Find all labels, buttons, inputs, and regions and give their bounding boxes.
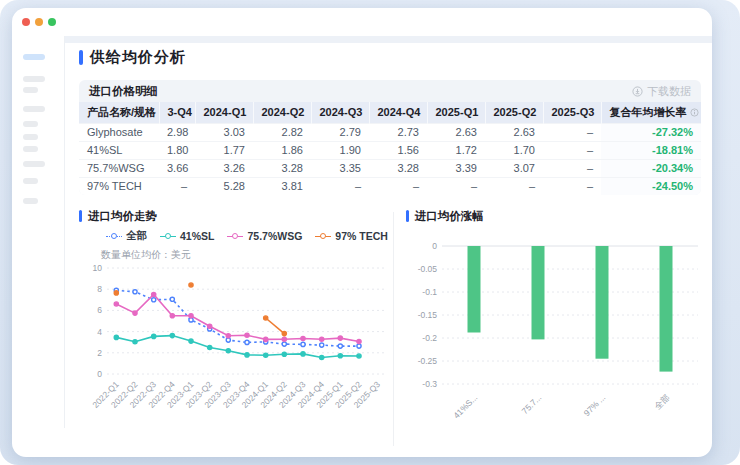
sidebar-item-active[interactable] xyxy=(23,54,45,60)
product-name-cell: 41%SL xyxy=(79,141,159,159)
price-value-cell: – xyxy=(311,177,369,195)
download-icon xyxy=(632,86,643,97)
svg-text:41%S...: 41%S... xyxy=(451,392,479,420)
product-name-cell: Glyphosate xyxy=(79,123,159,141)
column-header: 3-Q4 xyxy=(159,102,195,123)
price-table: 产品名称/规格3-Q42024-Q12024-Q22024-Q32024-Q42… xyxy=(79,102,701,195)
minimize-window-icon[interactable] xyxy=(35,18,43,26)
maximize-window-icon[interactable] xyxy=(48,18,56,26)
sidebar-item[interactable] xyxy=(23,76,45,82)
line-chart-title: 进口均价走势 xyxy=(88,209,157,224)
svg-text:0: 0 xyxy=(432,241,437,251)
sidebar-item[interactable] xyxy=(23,198,38,204)
page-title-row: 供给均价分析 xyxy=(79,48,186,67)
main-content: 供给均价分析 进口价格明细 下载数据 xyxy=(65,36,712,457)
chart-title-accent-bar xyxy=(79,210,82,222)
product-name-cell: 97% TECH xyxy=(79,177,159,195)
sidebar-item[interactable] xyxy=(23,146,38,152)
table-section-title: 进口价格明细 xyxy=(89,84,158,99)
table-row: 97% TECH–5.283.81–––––-24.50% xyxy=(79,177,701,195)
legend-item-97% TECH[interactable]: 97% TECH xyxy=(315,230,388,242)
svg-text:8: 8 xyxy=(97,284,102,294)
sidebar-item[interactable] xyxy=(23,106,45,112)
price-value-cell: 3.28 xyxy=(369,159,427,177)
close-window-icon[interactable] xyxy=(22,18,30,26)
legend-marker-icon xyxy=(315,233,331,240)
bar-chart-card: 进口均价涨幅 0-0.05-0.1-0.15-0.2-0.25-0.341%S.… xyxy=(406,208,702,450)
bar-chart-title: 进口均价涨幅 xyxy=(415,209,484,224)
import-price-change-bar-chart: 0-0.05-0.1-0.15-0.2-0.25-0.341%S...75.7.… xyxy=(406,234,708,430)
sort-icon[interactable] xyxy=(701,108,702,117)
price-value-cell: – xyxy=(485,177,543,195)
column-header: 产品名称/规格 xyxy=(79,102,159,123)
price-value-cell: 1.90 xyxy=(311,141,369,159)
product-name-cell: 75.7%WSG xyxy=(79,159,159,177)
price-value-cell: 3.39 xyxy=(427,159,485,177)
price-value-cell: 2.79 xyxy=(311,123,369,141)
price-value-cell: 1.86 xyxy=(253,141,311,159)
legend-label: 97% TECH xyxy=(335,230,388,242)
price-value-cell: 2.63 xyxy=(427,123,485,141)
legend-label: 全部 xyxy=(126,229,147,243)
line-chart-title-row: 进口均价走势 xyxy=(79,208,388,224)
price-value-cell: 3.07 xyxy=(485,159,543,177)
svg-text:75.7...: 75.7... xyxy=(519,392,543,416)
line-chart-legend: 全部41%SL75.7%WSG97% TECH xyxy=(106,229,388,243)
sidebar-item[interactable] xyxy=(23,134,38,140)
download-data-button[interactable]: 下载数据 xyxy=(632,84,691,99)
table-header-row: 产品名称/规格3-Q42024-Q12024-Q22024-Q32024-Q42… xyxy=(79,102,701,123)
price-value-cell: 3.03 xyxy=(195,123,253,141)
svg-text:-0.2: -0.2 xyxy=(422,333,437,343)
column-header: 2025-Q1 xyxy=(427,102,485,123)
column-header: 2025-Q2 xyxy=(485,102,543,123)
column-header: 2024-Q4 xyxy=(369,102,427,123)
column-header: 2024-Q1 xyxy=(195,102,253,123)
legend-item-41%SL[interactable]: 41%SL xyxy=(160,230,214,242)
sidebar-item[interactable] xyxy=(23,178,38,184)
column-header: 2025-Q3 xyxy=(543,102,601,123)
price-value-cell: 2.82 xyxy=(253,123,311,141)
price-value-cell: – xyxy=(543,177,601,195)
svg-text:97% ...: 97% ... xyxy=(581,392,607,418)
column-header-cagr[interactable]: 复合年均增长率 xyxy=(601,102,701,123)
price-value-cell: 1.77 xyxy=(195,141,253,159)
sidebar-nav xyxy=(12,36,65,428)
legend-item-75.7%WSG[interactable]: 75.7%WSG xyxy=(227,230,302,242)
table-card-header: 进口价格明细 下载数据 xyxy=(79,80,701,102)
app-window: 供给均价分析 进口价格明细 下载数据 xyxy=(12,8,712,457)
table-row: Glyphosate2.983.032.822.792.732.632.63–-… xyxy=(79,123,701,141)
price-value-cell: 5.28 xyxy=(195,177,253,195)
cagr-value-cell: -18.81% xyxy=(601,141,701,159)
toolbar-strip xyxy=(65,36,712,43)
column-header: 2024-Q2 xyxy=(253,102,311,123)
sidebar-item[interactable] xyxy=(23,161,45,167)
legend-label: 75.7%WSG xyxy=(247,230,302,242)
legend-marker-icon xyxy=(106,233,122,240)
svg-text:10: 10 xyxy=(93,263,103,273)
charts-row: 进口均价走势 全部41%SL75.7%WSG97% TECH 数量单位均价：美元… xyxy=(79,208,702,450)
column-header: 2024-Q3 xyxy=(311,102,369,123)
legend-item-全部[interactable]: 全部 xyxy=(106,229,147,243)
svg-text:-0.1: -0.1 xyxy=(422,287,437,297)
price-value-cell: – xyxy=(369,177,427,195)
page-title: 供给均价分析 xyxy=(90,48,186,67)
svg-text:-0.05: -0.05 xyxy=(417,264,437,274)
svg-text:2: 2 xyxy=(97,348,102,358)
cagr-value-cell: -24.50% xyxy=(601,177,701,195)
price-value-cell: – xyxy=(543,141,601,159)
table-row: 75.7%WSG3.663.263.283.353.283.393.07–-20… xyxy=(79,159,701,177)
price-value-cell: 3.35 xyxy=(311,159,369,177)
svg-text:6: 6 xyxy=(97,305,102,315)
window-titlebar xyxy=(12,8,712,36)
price-value-cell: – xyxy=(543,159,601,177)
svg-text:-0.3: -0.3 xyxy=(422,379,437,389)
sidebar-item[interactable] xyxy=(23,121,38,127)
bar-chart-title-row: 进口均价涨幅 xyxy=(406,208,702,224)
legend-marker-icon xyxy=(227,233,243,240)
price-value-cell: 2.98 xyxy=(159,123,195,141)
download-label: 下载数据 xyxy=(647,84,691,99)
price-value-cell: 3.81 xyxy=(253,177,311,195)
sidebar-item[interactable] xyxy=(23,87,38,93)
svg-text:全部: 全部 xyxy=(652,392,671,411)
svg-text:0: 0 xyxy=(97,369,102,379)
